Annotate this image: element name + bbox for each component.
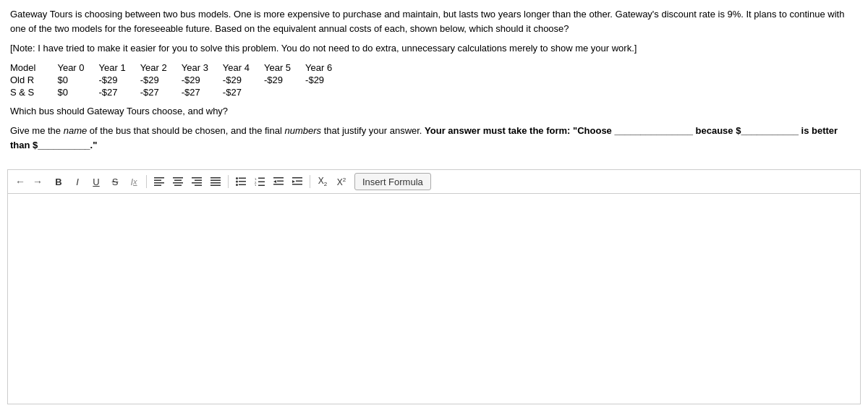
col-year5: Year 5: [264, 61, 305, 74]
col-model: Model: [10, 61, 57, 74]
clear-format-button[interactable]: Ix: [125, 173, 142, 190]
separator-2: [228, 175, 229, 188]
svg-rect-35: [292, 184, 302, 185]
ordered-list-button[interactable]: 1. 2. 3.: [251, 173, 268, 190]
svg-rect-9: [195, 180, 202, 182]
col-year0: Year 0: [57, 61, 98, 74]
decrease-indent-button[interactable]: [270, 173, 287, 190]
justify-button[interactable]: [207, 173, 224, 190]
svg-rect-17: [239, 178, 246, 179]
align-center-button[interactable]: [169, 173, 187, 190]
toolbar: ← → B I U S Ix: [8, 170, 860, 194]
bullet-list-icon: [236, 177, 246, 186]
question-1: Which bus should Gateway Tours choose, a…: [10, 104, 858, 119]
svg-point-18: [236, 181, 238, 183]
q2-blank3: __________: [38, 140, 90, 150]
cell-ss-year6: [305, 86, 346, 98]
numbered-list-icon: 1. 2. 3.: [255, 177, 265, 186]
cell-ss-year5: [264, 86, 305, 98]
svg-rect-34: [296, 181, 302, 182]
q2-name: name: [64, 125, 88, 136]
redo-button[interactable]: →: [30, 174, 46, 190]
q2-suffix: that justify your answer.: [321, 125, 425, 136]
svg-rect-13: [210, 180, 221, 182]
separator-1: [146, 175, 147, 188]
svg-rect-30: [277, 181, 284, 182]
q2-prefix: Give me the: [10, 125, 64, 136]
col-year2: Year 2: [140, 61, 182, 74]
col-year3: Year 3: [182, 61, 223, 74]
align-center-icon: [173, 177, 183, 186]
increase-indent-icon: [292, 177, 302, 186]
underline-button[interactable]: U: [88, 173, 105, 190]
q2-blank1: _______________: [614, 125, 692, 136]
bold-button[interactable]: B: [50, 173, 67, 190]
cell-oldr-year1: -$29: [99, 74, 140, 86]
decrease-indent-icon: [273, 177, 284, 186]
table-row-oldr: Old R $0 -$29 -$29 -$29 -$29 -$29 -$29: [10, 74, 346, 86]
editor-container: ← → B I U S Ix: [7, 169, 861, 404]
cell-ss-year0: $0: [57, 86, 98, 98]
strikethrough-button[interactable]: S: [106, 173, 124, 190]
superscript-button[interactable]: X2: [333, 173, 350, 190]
cost-table: Model Year 0 Year 1 Year 2 Year 3 Year 4…: [10, 61, 346, 98]
svg-rect-5: [174, 180, 182, 182]
svg-rect-8: [192, 177, 202, 179]
svg-rect-7: [174, 185, 182, 187]
cell-ss-year3: -$27: [182, 86, 223, 98]
align-right-button[interactable]: [188, 173, 205, 190]
undo-button[interactable]: ←: [12, 174, 28, 190]
question-2: Give me the name of the bus that should …: [10, 124, 858, 152]
q2-numbers: numbers: [284, 125, 321, 136]
svg-rect-6: [173, 182, 183, 184]
svg-marker-29: [273, 180, 276, 183]
col-year4: Year 4: [223, 61, 264, 74]
svg-rect-1: [154, 180, 161, 182]
svg-rect-28: [273, 177, 284, 179]
svg-rect-32: [292, 177, 302, 179]
increase-indent-button[interactable]: [289, 173, 306, 190]
svg-rect-15: [210, 185, 221, 187]
nav-arrows: ← →: [12, 174, 46, 190]
question-section: Which bus should Gateway Tours choose, a…: [10, 104, 858, 153]
table-row-ss: S & S $0 -$27 -$27 -$27 -$27: [10, 86, 346, 98]
q2-because: because $: [693, 125, 741, 136]
col-year1: Year 1: [99, 61, 140, 74]
q2-bold: Your answer must take the form: "Choose: [425, 125, 614, 136]
justify-icon: [210, 177, 221, 186]
col-year6: Year 6: [305, 61, 346, 74]
svg-point-16: [236, 177, 238, 179]
editor-body[interactable]: [8, 194, 860, 404]
align-left-icon: [154, 177, 164, 186]
cell-oldr-year4: -$29: [223, 74, 264, 86]
separator-3: [310, 175, 310, 188]
cell-ss-year1: -$27: [99, 86, 140, 98]
svg-rect-23: [258, 178, 265, 179]
svg-text:3.: 3.: [255, 184, 257, 186]
cell-ss-year4: -$27: [223, 86, 264, 98]
insert-formula-button[interactable]: Insert Formula: [354, 173, 431, 190]
svg-rect-3: [154, 185, 161, 187]
cell-oldr-year3: -$29: [182, 74, 223, 86]
svg-rect-2: [154, 182, 164, 184]
superscript-label: X2: [337, 177, 346, 187]
svg-rect-10: [192, 182, 202, 184]
subscript-button[interactable]: X2: [314, 173, 331, 190]
italic-button[interactable]: I: [69, 173, 86, 190]
cell-ss-year2: -$27: [140, 86, 182, 98]
q2-middle: of the bus that should be chosen, and th…: [87, 125, 284, 136]
svg-rect-27: [258, 185, 265, 187]
align-right-icon: [192, 177, 202, 186]
svg-point-20: [236, 184, 238, 186]
cell-oldr-year0: $0: [57, 74, 98, 86]
cell-oldr-year2: -$29: [140, 74, 182, 86]
svg-rect-14: [210, 182, 221, 184]
svg-rect-0: [154, 177, 164, 179]
data-table-section: Model Year 0 Year 1 Year 2 Year 3 Year 4…: [10, 61, 858, 98]
svg-rect-21: [239, 184, 246, 186]
cell-oldr-year6: -$29: [305, 74, 346, 86]
unordered-list-button[interactable]: [232, 173, 250, 190]
align-left-button[interactable]: [150, 173, 168, 190]
paragraph-2: [Note: I have tried to make it easier fo…: [10, 41, 858, 56]
cell-oldr-year5: -$29: [264, 74, 305, 86]
